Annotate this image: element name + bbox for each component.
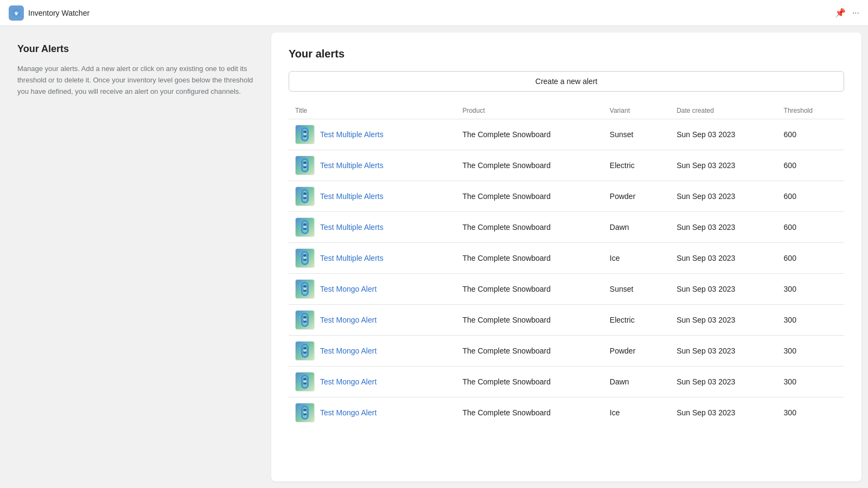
app-title: Inventory Watcher (28, 9, 90, 17)
cell-variant: Ice (603, 243, 670, 274)
product-thumbnail (295, 403, 315, 422)
product-thumbnail (295, 156, 315, 175)
cell-threshold: 600 (777, 119, 844, 150)
table-row: Test Multiple Alerts The Complete Snowbo… (289, 243, 844, 274)
svg-rect-4 (303, 131, 307, 133)
cell-variant: Dawn (603, 212, 670, 243)
cell-product: The Complete Snowboard (456, 212, 603, 243)
cell-variant: Sunset (603, 274, 670, 305)
svg-point-11 (304, 164, 306, 166)
cell-product: The Complete Snowboard (456, 181, 603, 212)
cell-variant: Dawn (603, 367, 670, 397)
cell-date: Sun Sep 03 2023 (670, 119, 777, 150)
svg-point-51 (304, 412, 306, 414)
alert-title-link[interactable]: Test Mongo Alert (320, 285, 376, 293)
svg-rect-49 (303, 409, 307, 411)
alert-title-link[interactable]: Test Multiple Alerts (320, 161, 384, 170)
alert-title-link[interactable]: Test Mongo Alert (320, 377, 376, 386)
create-alert-button[interactable]: Create a new alert (289, 71, 844, 92)
col-title: Title (289, 102, 456, 119)
cell-threshold: 600 (777, 181, 844, 212)
svg-rect-14 (303, 192, 307, 195)
top-bar: Inventory Watcher 📌 ··· (0, 0, 868, 26)
cell-threshold: 300 (777, 367, 844, 397)
cell-variant: Electric (603, 150, 670, 181)
alert-title-link[interactable]: Test Mongo Alert (320, 346, 376, 355)
content-panel: Your alerts Create a new alert Title Pro… (271, 33, 861, 481)
cell-date: Sun Sep 03 2023 (670, 367, 777, 397)
svg-rect-24 (303, 254, 307, 256)
table-row: Test Mongo Alert The Complete Snowboard … (289, 397, 844, 428)
product-thumbnail (295, 217, 315, 237)
cell-threshold: 600 (777, 243, 844, 274)
svg-point-1 (15, 13, 17, 15)
alerts-table: Title Product Variant Date created Thres… (289, 102, 844, 428)
svg-rect-44 (303, 378, 307, 380)
top-bar-actions: 📌 ··· (835, 8, 859, 18)
col-variant: Variant (603, 102, 670, 119)
alert-title-link[interactable]: Test Mongo Alert (320, 316, 376, 324)
main-content: Your Alerts Manage your alerts. Add a ne… (0, 26, 868, 488)
product-thumbnail (295, 125, 315, 144)
table-row: Test Multiple Alerts The Complete Snowbo… (289, 119, 844, 150)
col-product: Product (456, 102, 603, 119)
table-row: Test Mongo Alert The Complete Snowboard … (289, 274, 844, 305)
cell-date: Sun Sep 03 2023 (670, 305, 777, 336)
table-row: Test Multiple Alerts The Complete Snowbo… (289, 150, 844, 181)
cell-date: Sun Sep 03 2023 (670, 212, 777, 243)
table-row: Test Mongo Alert The Complete Snowboard … (289, 336, 844, 367)
product-thumbnail (295, 310, 315, 330)
cell-date: Sun Sep 03 2023 (670, 243, 777, 274)
product-thumbnail (295, 341, 315, 361)
svg-rect-29 (303, 285, 307, 287)
svg-point-21 (304, 226, 306, 228)
alert-title-link[interactable]: Test Multiple Alerts (320, 254, 384, 262)
pin-icon[interactable]: 📌 (835, 8, 846, 18)
cell-variant: Powder (603, 336, 670, 367)
cell-date: Sun Sep 03 2023 (670, 274, 777, 305)
svg-point-26 (304, 257, 306, 259)
svg-point-36 (304, 319, 306, 321)
more-menu-icon[interactable]: ··· (852, 8, 859, 18)
cell-variant: Sunset (603, 119, 670, 150)
cell-product: The Complete Snowboard (456, 274, 603, 305)
table-row: Test Mongo Alert The Complete Snowboard … (289, 367, 844, 397)
svg-point-46 (304, 381, 306, 383)
col-threshold: Threshold (777, 102, 844, 119)
cell-product: The Complete Snowboard (456, 119, 603, 150)
alert-title-link[interactable]: Test Multiple Alerts (320, 130, 384, 139)
product-thumbnail (295, 279, 315, 299)
cell-product: The Complete Snowboard (456, 367, 603, 397)
svg-point-6 (304, 133, 306, 136)
alert-title-link[interactable]: Test Mongo Alert (320, 408, 376, 417)
app-icon (9, 5, 24, 21)
alert-title-link[interactable]: Test Multiple Alerts (320, 223, 384, 232)
cell-threshold: 300 (777, 305, 844, 336)
svg-point-16 (304, 195, 306, 197)
cell-threshold: 600 (777, 150, 844, 181)
col-date: Date created (670, 102, 777, 119)
product-thumbnail (295, 372, 315, 391)
cell-date: Sun Sep 03 2023 (670, 336, 777, 367)
svg-point-31 (304, 288, 306, 290)
svg-rect-34 (303, 316, 307, 318)
cell-product: The Complete Snowboard (456, 305, 603, 336)
table-body: Test Multiple Alerts The Complete Snowbo… (289, 119, 844, 428)
alert-title-link[interactable]: Test Multiple Alerts (320, 192, 384, 201)
sidebar-description: Manage your alerts. Add a new alert or c… (17, 63, 254, 97)
svg-rect-19 (303, 223, 307, 226)
cell-date: Sun Sep 03 2023 (670, 397, 777, 428)
cell-threshold: 300 (777, 274, 844, 305)
cell-date: Sun Sep 03 2023 (670, 150, 777, 181)
svg-point-41 (304, 350, 306, 352)
cell-variant: Ice (603, 397, 670, 428)
cell-variant: Powder (603, 181, 670, 212)
table-row: Test Mongo Alert The Complete Snowboard … (289, 305, 844, 336)
table-row: Test Multiple Alerts The Complete Snowbo… (289, 181, 844, 212)
table-row: Test Multiple Alerts The Complete Snowbo… (289, 212, 844, 243)
cell-threshold: 600 (777, 212, 844, 243)
product-thumbnail (295, 187, 315, 206)
svg-rect-39 (303, 347, 307, 349)
cell-variant: Electric (603, 305, 670, 336)
cell-threshold: 300 (777, 336, 844, 367)
